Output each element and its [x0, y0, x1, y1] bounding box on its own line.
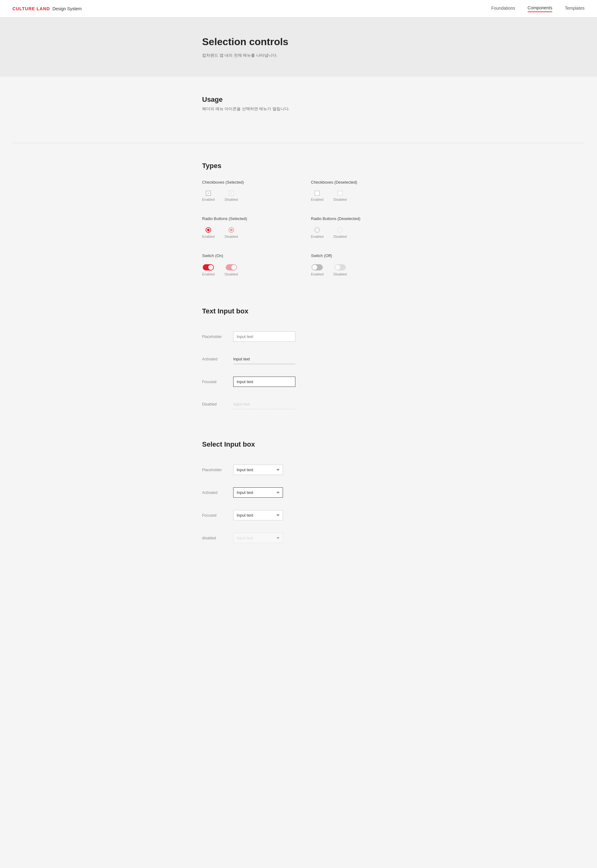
radio-selected-enabled: Enabled — [202, 227, 215, 238]
usage-section: Usage 헤더의 메뉴 아이콘을 선택하면 메뉴가 열립니다. — [0, 77, 597, 143]
select-input-section: Select Input box Placeholder Input text … — [0, 428, 597, 562]
text-input-focused[interactable] — [233, 377, 296, 387]
main-nav: Foundations Components Templates — [491, 5, 585, 12]
checkbox-deselected-disabled-control — [338, 191, 343, 196]
text-input-section: Text Input box Placeholder Activated Foc… — [0, 295, 597, 428]
nav-templates[interactable]: Templates — [565, 6, 585, 12]
switch-off-title: Switch (Off) — [311, 253, 395, 258]
types-section: Types Checkboxes (Selected) Enabled Disa… — [0, 143, 597, 295]
checkbox-deselected-row: Enabled Disabled — [311, 191, 395, 201]
text-input-disabled-row: Disabled — [202, 393, 395, 415]
checkbox-deselected-enabled: Enabled — [311, 191, 323, 201]
checkbox-selected-enabled-control[interactable] — [206, 191, 211, 196]
hero-section: Selection controls 컵처렌드 앱 내의 전체 메뉴를 나타냅니… — [0, 18, 597, 77]
checkbox-deselected-disabled-label: Disabled — [333, 198, 347, 201]
checkbox-selected-enabled: Enabled — [202, 191, 215, 201]
switch-on-disabled-label: Disabled — [224, 272, 238, 276]
select-focused-input[interactable]: Input text — [233, 510, 283, 520]
checkbox-selected-title: Checkboxes (Selected) — [202, 180, 286, 185]
switch-on-disabled: Disabled — [224, 264, 238, 276]
select-disabled-label: disabled — [202, 536, 233, 540]
switch-off-disabled-label: Disabled — [333, 272, 347, 276]
switch-off-disabled-control — [334, 264, 346, 271]
select-placeholder-row: Placeholder Input text — [202, 459, 395, 481]
text-input-activated-row: Activated — [202, 348, 395, 370]
select-disabled-row: disabled Input text — [202, 527, 395, 549]
select-placeholder-label: Placeholder — [202, 468, 233, 472]
text-input-disabled — [233, 399, 296, 409]
switch-off-enabled: Enabled — [311, 264, 323, 276]
radio-deselected-enabled: Enabled — [311, 227, 323, 238]
radio-selected-enabled-control[interactable] — [205, 227, 211, 233]
switch-on-disabled-control — [226, 264, 237, 271]
checkbox-selected-disabled-control — [229, 191, 234, 196]
text-input-focused-row: Focused — [202, 370, 395, 393]
select-placeholder-input[interactable]: Input text — [233, 465, 283, 475]
checkbox-selected-disabled-label: Disabled — [224, 198, 238, 201]
radio-deselected-enabled-label: Enabled — [311, 235, 323, 238]
radio-selected-enabled-label: Enabled — [202, 235, 215, 238]
checkbox-deselected-group: Checkboxes (Deselected) Enabled Disabled — [311, 180, 395, 201]
text-input-group: Placeholder Activated Focused Disabled — [202, 325, 395, 415]
select-activated-input[interactable]: Input text — [233, 487, 283, 498]
switch-off-enabled-label: Enabled — [311, 272, 323, 276]
checkbox-deselected-disabled: Disabled — [333, 191, 347, 201]
radio-selected-row: Enabled Disabled — [202, 227, 286, 238]
radio-deselected-group: Radio Buttons (Deselected) Enabled Disab… — [311, 216, 395, 238]
switch-off-enabled-control[interactable] — [312, 264, 323, 271]
select-input-group: Placeholder Input text Activated Input t… — [202, 459, 395, 549]
switch-off-group: Switch (Off) Enabled Disabled — [311, 253, 395, 276]
switch-on-enabled: Enabled — [202, 264, 215, 276]
hero-title: Selection controls — [202, 36, 395, 48]
select-focused-label: Focused — [202, 513, 233, 518]
switch-off-thumb — [312, 265, 317, 270]
switch-on-enabled-control[interactable] — [203, 264, 214, 271]
checkbox-selected-enabled-label: Enabled — [202, 198, 215, 201]
nav-foundations[interactable]: Foundations — [491, 6, 515, 12]
logo-brand: CULTURE LAND — [12, 6, 50, 11]
switch-on-enabled-label: Enabled — [202, 272, 215, 276]
checkbox-selected-row: Enabled Disabled — [202, 191, 286, 201]
logo-area: CULTURE LAND Design System — [12, 6, 82, 11]
checkbox-deselected-enabled-label: Enabled — [311, 198, 323, 201]
switch-off-row: Enabled Disabled — [311, 264, 395, 276]
select-disabled-input: Input text — [233, 533, 283, 543]
switch-off-thumb-disabled — [335, 265, 340, 270]
text-input-activated[interactable] — [233, 354, 296, 364]
radio-deselected-row: Enabled Disabled — [311, 227, 395, 238]
switch-off-disabled: Disabled — [333, 264, 347, 276]
text-input-placeholder[interactable] — [233, 332, 296, 342]
switch-thumb — [208, 265, 213, 270]
logo-title: Design System — [52, 6, 82, 11]
text-input-placeholder-row: Placeholder — [202, 325, 395, 348]
switch-thumb-disabled — [231, 265, 236, 270]
usage-description: 헤더의 메뉴 아이콘을 선택하면 메뉴가 열립니다. — [202, 106, 395, 112]
radio-selected-disabled-control — [229, 227, 234, 233]
select-input-title: Select Input box — [202, 441, 395, 448]
radio-selected-group: Radio Buttons (Selected) Enabled Disable… — [202, 216, 286, 238]
text-input-activated-label: Activated — [202, 357, 233, 361]
select-activated-label: Activated — [202, 490, 233, 495]
radio-deselected-title: Radio Buttons (Deselected) — [311, 216, 395, 221]
radio-deselected-enabled-control[interactable] — [314, 227, 320, 233]
switch-on-title: Switch (On) — [202, 253, 286, 258]
text-input-placeholder-label: Placeholder — [202, 335, 233, 339]
radio-deselected-disabled: Disabled — [333, 227, 347, 238]
radio-selected-disabled-label: Disabled — [224, 235, 238, 238]
select-focused-row: Focused Input text — [202, 504, 395, 527]
nav-components[interactable]: Components — [528, 5, 552, 12]
switch-on-row: Enabled Disabled — [202, 264, 286, 276]
hero-description: 컵처렌드 앱 내의 전체 메뉴를 나타냅니다. — [202, 53, 395, 58]
checkbox-selected-group: Checkboxes (Selected) Enabled Disabled — [202, 180, 286, 201]
select-activated-row: Activated Input text — [202, 481, 395, 504]
checkbox-deselected-enabled-control[interactable] — [315, 191, 320, 196]
radio-selected-title: Radio Buttons (Selected) — [202, 216, 286, 221]
usage-title: Usage — [202, 95, 395, 104]
radio-selected-disabled: Disabled — [224, 227, 238, 238]
header: CULTURE LAND Design System Foundations C… — [0, 0, 597, 18]
checkbox-selected-disabled: Disabled — [224, 191, 238, 201]
radio-deselected-disabled-control — [337, 227, 343, 233]
types-grid: Checkboxes (Selected) Enabled Disabled C… — [202, 180, 395, 276]
switch-on-group: Switch (On) Enabled Disabled — [202, 253, 286, 276]
checkbox-deselected-title: Checkboxes (Deselected) — [311, 180, 395, 185]
